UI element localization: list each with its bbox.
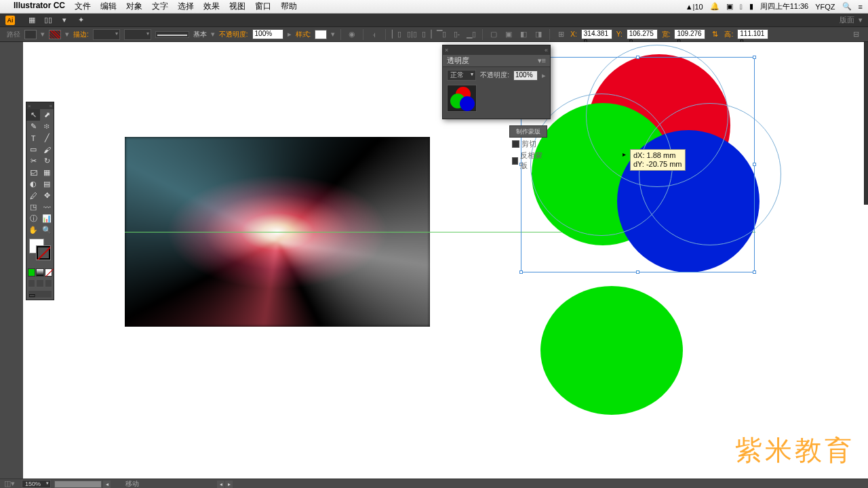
free-transform-tool[interactable]: ▦ (40, 167, 54, 178)
x-field[interactable]: 314.381 n (581, 29, 612, 39)
rotate-tool[interactable]: ↻ (40, 155, 54, 167)
menu-effect[interactable]: 效果 (203, 1, 220, 12)
right-panel-strip[interactable] (864, 42, 868, 205)
spotlight-icon[interactable]: 🔍 (842, 2, 852, 11)
dropdown-icon[interactable]: ▾ (60, 16, 69, 25)
magic-wand-tool[interactable]: ✎ (26, 121, 40, 132)
direct-select-tool[interactable]: ⬈ (40, 109, 54, 121)
style-label[interactable]: 样式: (296, 30, 311, 39)
menu-select[interactable]: 选择 (178, 1, 194, 12)
make-mask-button[interactable]: 制作蒙版 (509, 125, 547, 138)
menu-object[interactable]: 对象 (126, 1, 142, 12)
nav-icon[interactable]: ◫▾ (4, 479, 15, 488)
style-swatch[interactable] (315, 30, 327, 39)
op-slider-icon[interactable]: ▸ (542, 71, 546, 80)
graph-tool[interactable]: 📊 (40, 213, 54, 224)
handle-tr[interactable] (753, 56, 756, 59)
width-tool[interactable]: 🗠 (26, 167, 40, 178)
adobe-status-icon[interactable]: ▲|10 (686, 3, 703, 11)
zoom-tool[interactable]: 🔍 (40, 224, 54, 236)
brush-def[interactable] (155, 31, 189, 38)
line-tool[interactable]: ╱ (40, 132, 54, 144)
circle-green-2[interactable] (540, 286, 683, 415)
h-field[interactable]: 111.101 n (737, 29, 768, 39)
wifi-icon[interactable]: 􀙇 (740, 3, 743, 11)
handle-bl[interactable] (519, 270, 523, 274)
align-l-icon[interactable]: ▏▯ (391, 29, 402, 40)
brush-arrow-icon[interactable]: ▾ (211, 30, 215, 39)
menu-file[interactable]: 文件 (75, 1, 91, 12)
notif-icon[interactable]: 🔔 (710, 2, 719, 11)
menu-help[interactable]: 帮助 (281, 1, 297, 12)
align-m-icon[interactable]: ▯- (451, 29, 462, 40)
transform-icon[interactable]: ⊞ (555, 29, 566, 40)
align-t-icon[interactable]: ▔▯ (436, 29, 447, 40)
toolbox[interactable]: ×» ↖ ⬈ ✎ ፨ T ╱ ▭ 🖌 ✂ ↻ 🗠 ▦ ◐ ▤ 🖊 ✥ ◳ 〰 ⓘ… (26, 102, 54, 300)
type-tool[interactable]: T (26, 132, 40, 144)
eyedropper-tool[interactable]: ⓘ (26, 213, 40, 224)
shape1-icon[interactable]: ▢ (488, 29, 499, 40)
screen-icon[interactable]: ▣ (726, 2, 733, 11)
panel-collapse-icon[interactable]: « (545, 47, 548, 54)
panel-menu-icon[interactable]: ⊟ (850, 29, 861, 40)
invert-checkbox[interactable]: 反相蒙版 (509, 150, 547, 171)
style-arrow-icon[interactable]: ▾ (331, 30, 335, 39)
clock[interactable]: 周四上午11:36 (760, 1, 809, 12)
perspective-tool[interactable]: ▤ (40, 178, 54, 190)
stroke-label[interactable]: 描边: (73, 30, 89, 39)
align-r-icon[interactable]: ▯▕ (421, 29, 432, 40)
color-sw[interactable] (28, 268, 35, 277)
menu-edit[interactable]: 编辑 (100, 1, 117, 12)
user[interactable]: YFQZ (815, 3, 835, 11)
opacity-label[interactable]: 不透明度: (219, 30, 248, 39)
shape2-icon[interactable]: ▣ (503, 29, 514, 40)
shape3-icon[interactable]: ◧ (518, 29, 529, 40)
h-scrollbar[interactable] (54, 481, 102, 488)
bridge-icon[interactable]: ▦ (27, 16, 37, 25)
lasso-tool[interactable]: ፨ (40, 121, 54, 132)
fill-stroke[interactable] (28, 239, 52, 264)
menu-app[interactable]: Illustrator CC (14, 1, 65, 12)
transparency-panel[interactable]: ×« 透明度▾≡ 正常 不透明度: 100% ▸ 制作蒙版 剪切 反相蒙版 (442, 45, 551, 119)
paintbrush-tool[interactable]: 🖌 (40, 144, 54, 155)
handle-bm[interactable] (636, 270, 639, 274)
shape4-icon[interactable]: ◨ (533, 29, 544, 40)
curvature-tool[interactable]: ✥ (40, 190, 54, 201)
tb-collapse-icon[interactable]: » (50, 103, 52, 109)
panel-opacity[interactable]: 100% (513, 70, 538, 81)
hand-tool[interactable]: ✋ (26, 224, 40, 236)
tb-close-icon[interactable]: × (28, 103, 31, 109)
pencil-tool[interactable]: 〰 (40, 201, 54, 213)
menu-window[interactable]: 窗口 (255, 1, 271, 12)
panel-close-icon[interactable]: × (445, 47, 448, 54)
scissors-tool[interactable]: ✂ (26, 155, 40, 167)
align-c-icon[interactable]: ▯|▯ (406, 29, 417, 40)
blend-mode[interactable]: 正常 (447, 70, 476, 81)
screen-mode[interactable]: ▭ (28, 290, 52, 298)
align1-icon[interactable]: ⫞ (369, 29, 380, 40)
handle-mr[interactable] (753, 163, 756, 166)
op-arrow-icon[interactable]: ▸ (288, 30, 292, 39)
none-sw[interactable] (45, 268, 52, 277)
zoom-field[interactable]: 150% (22, 480, 51, 488)
clip-checkbox[interactable]: 剪切 (509, 138, 547, 150)
artboard-tool[interactable]: ◳ (26, 201, 40, 213)
menu-icon[interactable]: ≡ (859, 3, 863, 11)
fill-arrow-icon[interactable]: ▾ (41, 30, 45, 39)
workspace-arrow-icon[interactable]: ▾ (859, 16, 863, 24)
draw-normal[interactable] (28, 279, 35, 287)
w-field[interactable]: 109.276 n (674, 29, 705, 39)
panel-menu-icon[interactable]: ▾≡ (538, 56, 546, 65)
draw-behind[interactable] (36, 279, 43, 287)
draw-inside[interactable] (45, 279, 52, 287)
scroll-right-icon[interactable]: ▸ (225, 481, 233, 488)
pen-tool[interactable]: 🖊 (26, 190, 40, 201)
handle-br[interactable] (753, 270, 756, 274)
stroke-swatch[interactable] (49, 30, 61, 39)
stock-icon[interactable]: ✦ (76, 16, 85, 25)
menu-type[interactable]: 文字 (152, 1, 168, 12)
stroke-box[interactable] (36, 245, 51, 260)
fill-swatch[interactable] (24, 30, 37, 39)
gradient-sw[interactable] (36, 268, 43, 277)
link-wh-icon[interactable]: ⇅ (709, 29, 720, 40)
